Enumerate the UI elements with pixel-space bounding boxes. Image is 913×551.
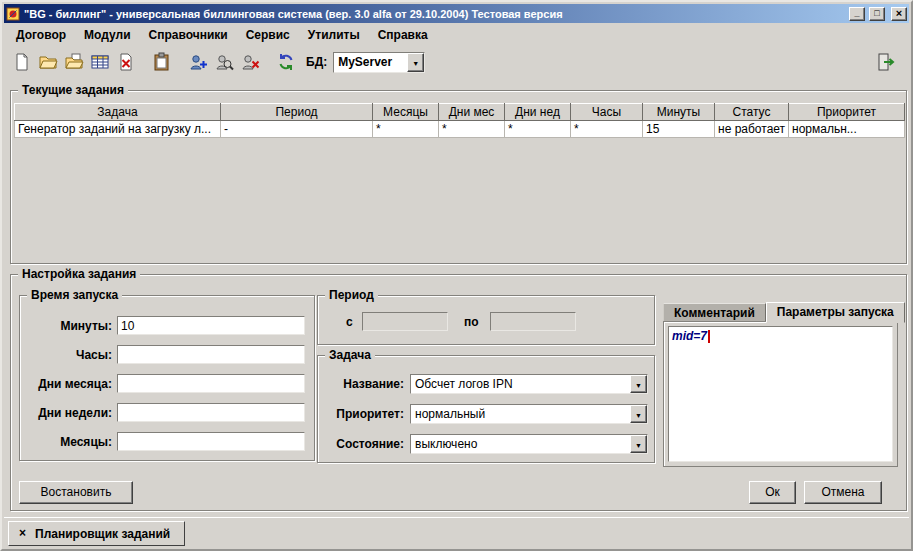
open-folder-alt-icon — [64, 52, 84, 72]
minutes-input[interactable] — [117, 316, 305, 335]
params-textarea[interactable]: mid=7 — [668, 326, 893, 462]
cell-weekdays: * — [505, 121, 571, 138]
weekdays-input[interactable] — [117, 403, 305, 422]
tab-close-icon[interactable]: × — [15, 526, 30, 541]
cancel-button[interactable]: Отмена — [804, 481, 882, 504]
delete-document-icon — [116, 52, 136, 72]
cell-period: - — [221, 121, 373, 138]
delete-document-button[interactable] — [114, 50, 138, 74]
task-settings-title: Настройка задания — [18, 267, 140, 281]
task-name-value: Обсчет логов IPN — [411, 375, 630, 393]
column-header-status[interactable]: Статус — [715, 104, 789, 121]
tab-scheduler[interactable]: × Планировщик заданий — [8, 521, 185, 546]
task-name-combobox[interactable]: Обсчет логов IPN ▼ — [410, 374, 648, 394]
maximize-icon: □ — [874, 8, 879, 18]
period-from-input[interactable] — [362, 312, 448, 331]
hours-label: Часы: — [22, 348, 112, 362]
task-state-label: Состояние: — [320, 437, 404, 451]
delete-user-button[interactable] — [238, 50, 262, 74]
weekdays-label: Дни недели: — [22, 406, 112, 420]
period-to-input[interactable] — [490, 312, 576, 331]
ok-button[interactable]: Ок — [749, 481, 796, 504]
db-label: БД: — [306, 55, 327, 69]
current-tasks-group: Текущие задания Задача Период Месяцы Дни… — [10, 90, 907, 264]
menu-dogovor[interactable]: Договор — [7, 26, 75, 44]
column-header-months[interactable]: Месяцы — [373, 104, 439, 121]
open-folder-icon — [38, 52, 58, 72]
monthdays-input[interactable] — [117, 374, 305, 393]
column-header-weekdays[interactable]: Дни нед — [505, 104, 571, 121]
new-document-button[interactable] — [10, 50, 34, 74]
column-header-monthdays[interactable]: Дни мес — [439, 104, 505, 121]
menu-moduli[interactable]: Модули — [75, 26, 139, 44]
period-to-label: по — [464, 315, 479, 329]
menu-spravochniki[interactable]: Справочники — [140, 26, 237, 44]
column-header-period[interactable]: Период — [221, 104, 373, 121]
chevron-down-icon[interactable]: ▼ — [630, 435, 647, 453]
add-user-button[interactable] — [186, 50, 210, 74]
toolbar-separator — [264, 62, 272, 63]
cell-priority: нормальн... — [789, 121, 905, 138]
cell-monthdays: * — [439, 121, 505, 138]
column-header-minutes[interactable]: Минуты — [643, 104, 715, 121]
tab-content: mid=7 — [663, 321, 898, 467]
task-state-combobox[interactable]: выключено ▼ — [410, 434, 648, 454]
hours-input[interactable] — [117, 345, 305, 364]
months-input[interactable] — [117, 432, 305, 451]
task-priority-combobox[interactable]: нормальный ▼ — [410, 404, 648, 424]
column-header-hours[interactable]: Часы — [571, 104, 643, 121]
tab-comment[interactable]: Комментарий — [663, 303, 766, 322]
chevron-down-icon[interactable]: ▼ — [630, 375, 647, 393]
column-header-priority[interactable]: Приоритет — [789, 104, 905, 121]
db-combobox[interactable]: MyServer ▼ — [333, 52, 425, 73]
current-tasks-title: Текущие задания — [18, 83, 128, 97]
chevron-down-icon[interactable]: ▼ — [630, 405, 647, 423]
toolbar-separator — [176, 62, 184, 63]
find-user-icon — [214, 52, 234, 72]
task-priority-value: нормальный — [411, 405, 630, 423]
exit-button[interactable] — [874, 50, 898, 74]
tab-scheduler-label: Планировщик заданий — [35, 527, 170, 541]
launch-time-group: Время запуска Минуты: Часы: Дни месяца: … — [19, 295, 315, 461]
tab-launch-params[interactable]: Параметры запуска — [766, 302, 905, 323]
close-button[interactable]: × — [891, 7, 907, 21]
menu-servis[interactable]: Сервис — [237, 26, 299, 44]
task-priority-label: Приоритет: — [320, 407, 404, 421]
cell-status: не работает — [715, 121, 789, 138]
refresh-button[interactable] — [274, 50, 298, 74]
minimize-button[interactable]: _ — [849, 7, 865, 21]
task-name-label: Название: — [320, 377, 404, 391]
column-header-task[interactable]: Задача — [15, 104, 221, 121]
table-row[interactable]: Генератор заданий на загрузку л... - * *… — [15, 121, 905, 138]
app-icon[interactable] — [6, 7, 20, 21]
task-state-value: выключено — [411, 435, 630, 453]
months-label: Месяцы: — [22, 435, 112, 449]
paste-icon — [152, 52, 172, 72]
tab-strip: Комментарий Параметры запуска — [663, 301, 898, 322]
app-window: "BG - биллинг" - универсальная биллингов… — [0, 0, 913, 551]
add-user-icon — [188, 52, 208, 72]
toolbar: БД: MyServer ▼ — [5, 47, 908, 77]
text-caret — [708, 330, 710, 343]
open-button[interactable] — [36, 50, 60, 74]
chevron-down-icon[interactable]: ▼ — [407, 53, 424, 72]
period-title: Период — [325, 288, 378, 302]
find-user-button[interactable] — [212, 50, 236, 74]
menu-utility[interactable]: Утилиты — [299, 26, 369, 44]
minimize-icon: _ — [854, 8, 859, 18]
cell-minutes: 15 — [643, 121, 715, 138]
toolbar-separator — [140, 62, 148, 63]
paste-button[interactable] — [150, 50, 174, 74]
tasks-table: Задача Период Месяцы Дни мес Дни нед Час… — [14, 103, 905, 138]
table-button[interactable] — [88, 50, 112, 74]
restore-button[interactable]: Востановить — [19, 481, 133, 504]
task-settings-group: Настройка задания Время запуска Минуты: … — [10, 274, 907, 511]
title-bar: "BG - биллинг" - универсальная биллингов… — [4, 4, 909, 23]
open-alt-button[interactable] — [62, 50, 86, 74]
menu-bar: Договор Модули Справочники Сервис Утилит… — [5, 24, 908, 46]
menu-spravka[interactable]: Справка — [369, 26, 437, 44]
period-from-label: с — [346, 315, 353, 329]
maximize-button[interactable]: □ — [869, 7, 885, 21]
cell-hours: * — [571, 121, 643, 138]
new-document-icon — [12, 52, 32, 72]
